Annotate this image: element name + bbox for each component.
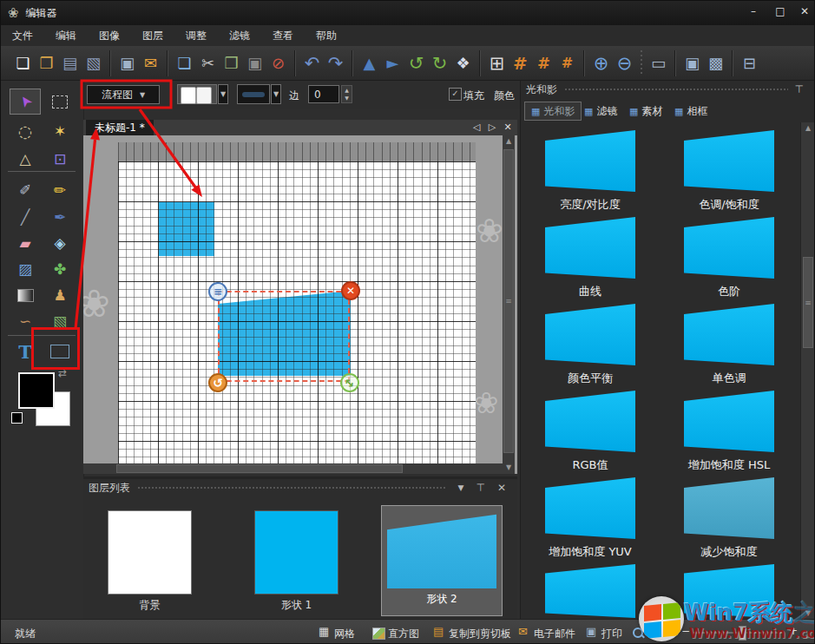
shape-1-square[interactable] <box>159 202 214 256</box>
scroll-down-icon[interactable]: ▼ <box>801 609 815 617</box>
tab-frame[interactable]: ▦ 相框 <box>668 102 713 121</box>
selection-handle-move[interactable]: ≡ <box>208 282 227 301</box>
swap-colors-icon[interactable]: ⇄ <box>58 367 67 379</box>
clone-stamp-tool[interactable]: ♟ <box>44 282 76 308</box>
lasso-tool[interactable]: ◌ <box>10 118 41 144</box>
zoom-out-button[interactable]: − <box>681 625 690 637</box>
tab-next-icon[interactable]: ▷ <box>485 121 499 135</box>
pencil-tool[interactable]: ✏ <box>44 177 76 203</box>
document-tab[interactable]: 未标题-1 * <box>86 120 154 135</box>
blur-tool[interactable]: ◈ <box>44 230 76 256</box>
selection-handle-resize[interactable]: ↔ <box>340 373 359 392</box>
effects-scrollbar[interactable]: ▲ ≡ ▼ <box>800 122 815 619</box>
foreground-color-swatch[interactable] <box>18 372 55 409</box>
email-icon[interactable]: ✉ <box>139 50 162 76</box>
delete-icon[interactable]: ⊘ <box>266 50 290 76</box>
histogram-icon[interactable] <box>372 628 385 640</box>
image-adjust-tool[interactable]: ▧ <box>44 308 76 334</box>
knife-tool[interactable]: ✐ <box>10 177 41 203</box>
effect-item-rgb[interactable]: RGB值 <box>525 391 655 473</box>
flip-vertical-icon[interactable]: ► <box>381 50 404 76</box>
pin-icon[interactable]: ⊤ <box>795 83 804 95</box>
select-transform-icon[interactable]: ▭ <box>647 50 670 76</box>
layer-item-shape2-selected[interactable]: 形状 2 <box>381 505 503 616</box>
scroll-down-icon[interactable]: ▼ <box>503 462 515 474</box>
menu-file[interactable]: 文件 <box>1 29 44 43</box>
fill-checkbox[interactable]: ✓ <box>449 88 462 101</box>
tab-material[interactable]: ▦ 素材 <box>623 102 668 121</box>
snap-medium-icon[interactable]: # <box>532 50 555 76</box>
save-as-icon[interactable]: ▧ <box>82 50 105 76</box>
scrollbar-thumb[interactable] <box>116 464 403 473</box>
effect-item-curves[interactable]: 曲线 <box>525 217 655 299</box>
spinner-up-icon[interactable]: ▲ <box>342 86 352 94</box>
printer-icon[interactable]: ▣ <box>586 625 596 638</box>
save-icon[interactable]: ▤ <box>58 50 82 76</box>
scroll-up-icon[interactable]: ▲ <box>801 122 815 135</box>
menu-image[interactable]: 图像 <box>88 29 131 43</box>
rectangle-shape-tool[interactable] <box>44 338 76 365</box>
line-style-dropdown[interactable] <box>237 84 270 104</box>
reset-colors-icon[interactable] <box>11 412 23 424</box>
effect-item-brightness-contrast[interactable]: 亮度/对比度 <box>525 130 655 213</box>
marquee-select-tool[interactable] <box>44 89 76 115</box>
selection-handle-delete[interactable]: ✕ <box>341 281 360 300</box>
redo-icon[interactable]: ↷ <box>324 50 347 76</box>
polygon-lasso-tool[interactable]: △ <box>10 146 41 172</box>
effect-item-saturate-yuv[interactable]: 增加饱和度 YUV <box>525 477 655 560</box>
tab-light-shadow[interactable]: ▦ 光和影 <box>524 102 582 121</box>
minimize-button[interactable]: – <box>744 5 763 17</box>
effect-item-hue-saturation[interactable]: 色调/饱和度 <box>664 130 794 213</box>
menu-view[interactable]: 查看 <box>261 29 305 43</box>
resize-grip-icon[interactable]: ◢ <box>803 628 810 640</box>
crop-tool[interactable]: ⊡ <box>44 146 76 172</box>
snap-large-icon[interactable]: # <box>555 50 579 76</box>
pin-icon[interactable]: ⊤ <box>476 482 484 494</box>
image-size-icon[interactable]: ❖ <box>451 50 475 76</box>
show-grid-icon[interactable]: ⊞ <box>485 50 509 76</box>
spinner-down-icon[interactable]: ▼ <box>342 94 352 102</box>
zoom-slider-thumb[interactable] <box>739 626 746 641</box>
paste-special-icon[interactable]: ▣ <box>243 50 266 76</box>
paste-icon[interactable]: ❒ <box>220 50 243 76</box>
menu-edit[interactable]: 编辑 <box>44 29 88 43</box>
rotate-right-icon[interactable]: ↻ <box>428 50 451 76</box>
grid-toggle-icon[interactable]: ▦ <box>319 625 329 638</box>
zoom-in-button[interactable]: + <box>789 625 798 637</box>
fill-bucket-tool[interactable]: ▨ <box>10 256 41 282</box>
open-icon[interactable]: ❐ <box>35 50 58 76</box>
histogram-label[interactable]: 直方图 <box>388 627 419 641</box>
canvas-vertical-scrollbar[interactable]: ▲ ≡ ▼ <box>503 135 515 474</box>
color-effect-tool[interactable]: ✤ <box>44 256 76 282</box>
fill-style-dropdown[interactable] <box>177 84 217 104</box>
flip-horizontal-icon[interactable]: ▲ <box>358 50 381 76</box>
line-tool[interactable]: ╱ <box>10 204 41 230</box>
effect-item-saturate-hsl[interactable]: 增加饱和度 HSL <box>664 391 794 473</box>
selection-handle-rotate[interactable]: ↺ <box>208 373 227 392</box>
edge-width-input[interactable]: 0 <box>308 85 339 103</box>
effect-item-desaturate[interactable]: 减少饱和度 <box>664 477 794 560</box>
scrollbar-thumb[interactable]: ≡ <box>803 257 813 348</box>
effect-item-levels[interactable]: 色阶 <box>664 217 794 299</box>
close-icon[interactable]: ✕ <box>497 482 506 494</box>
smudge-tool[interactable]: ∽ <box>10 308 41 334</box>
ungroup-icon[interactable]: ▩ <box>704 50 727 76</box>
tab-close-icon[interactable]: ✕ <box>501 121 515 135</box>
print-icon[interactable]: ▣ <box>115 50 139 76</box>
menu-help[interactable]: 帮助 <box>305 29 348 43</box>
effect-item-color-balance[interactable]: 颜色平衡 <box>525 304 655 386</box>
layer-item-background[interactable]: 背景 <box>108 510 192 613</box>
brush-tool[interactable]: ✒ <box>44 204 76 230</box>
grid-toggle-label[interactable]: 网格 <box>334 627 355 641</box>
canvas-horizontal-scrollbar[interactable] <box>83 463 503 474</box>
tab-prev-icon[interactable]: ◁ <box>470 121 483 135</box>
tab-filter[interactable]: ▦ 滤镜 <box>578 102 623 121</box>
cut-icon[interactable]: ✂ <box>196 50 220 76</box>
clipboard-icon[interactable]: ▤ <box>433 625 444 638</box>
pointer-tool[interactable]: ➤ <box>10 89 41 115</box>
rotate-left-icon[interactable]: ↺ <box>404 50 428 76</box>
effect-item-monochrome[interactable]: 单色调 <box>664 304 794 386</box>
effect-item-partial[interactable] <box>664 564 794 618</box>
menu-layer[interactable]: 图层 <box>131 29 174 43</box>
line-style-arrow-button[interactable]: ▼ <box>271 84 281 104</box>
